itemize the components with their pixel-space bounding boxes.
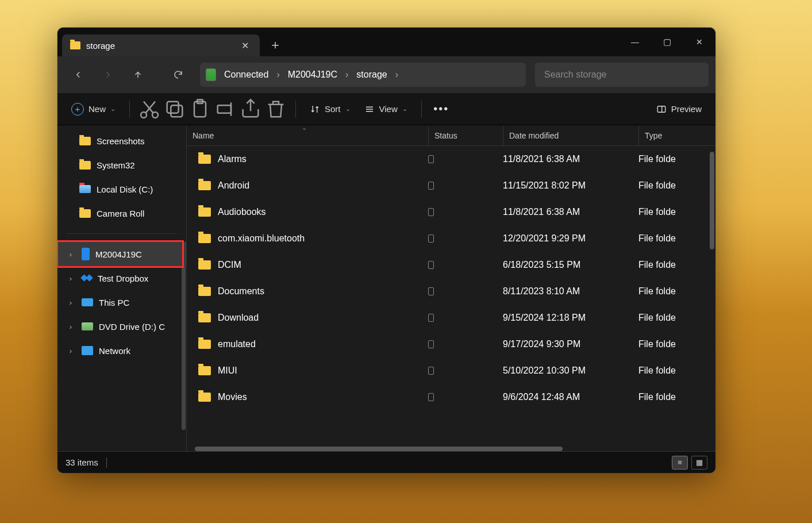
sidebar-item-label: M2004J19C <box>95 249 142 259</box>
sidebar-item[interactable]: Camera Roll <box>57 201 186 225</box>
expand-icon[interactable]: › <box>66 250 76 259</box>
sidebar-item[interactable]: ›This PC <box>57 290 186 314</box>
search-input[interactable] <box>535 63 709 87</box>
sidebar-item[interactable]: Local Disk (C:) <box>57 177 186 201</box>
details-view-toggle[interactable]: ≡ <box>672 456 688 470</box>
folder-icon <box>198 393 211 402</box>
sidebar-item-label: System32 <box>97 160 135 170</box>
column-type[interactable]: Type <box>638 125 715 145</box>
sidebar-item[interactable]: Screenshots <box>57 129 186 153</box>
sidebar-item-label: Screenshots <box>97 136 144 146</box>
up-button[interactable] <box>124 63 152 86</box>
file-name: Download <box>218 313 259 323</box>
file-type: File folde <box>638 339 715 349</box>
phone-status-icon <box>428 234 434 243</box>
folder-icon <box>198 260 211 270</box>
chevron-right-icon[interactable]: › <box>345 70 348 80</box>
maximize-button[interactable] <box>651 28 683 56</box>
phone-status-icon <box>428 261 434 269</box>
breadcrumb-seg-device[interactable]: M2004J19C <box>283 70 342 80</box>
breadcrumb-seg-storage[interactable]: storage <box>352 70 391 80</box>
view-button[interactable]: View ⌄ <box>359 98 413 120</box>
expand-icon[interactable]: › <box>66 298 76 307</box>
new-button[interactable]: + New ⌄ <box>66 98 121 120</box>
file-row[interactable]: MIUI5/10/2022 10:30 PMFile folde <box>187 357 715 384</box>
file-row[interactable]: Android11/15/2021 8:02 PMFile folde <box>187 172 715 199</box>
rename-button[interactable] <box>214 98 237 120</box>
file-date: 11/15/2021 8:02 PM <box>503 180 638 191</box>
sidebar-item[interactable]: ›Network <box>57 339 186 363</box>
expand-icon[interactable]: › <box>66 347 76 355</box>
tab-storage[interactable]: storage ✕ <box>62 34 260 56</box>
cut-button[interactable] <box>138 98 161 120</box>
main-panel: Name ⌄ Status Date modified Type Alarms1… <box>187 125 715 451</box>
breadcrumb[interactable]: Connected › M2004J19C › storage › <box>200 63 526 87</box>
sidebar-item[interactable]: System32 <box>57 153 186 177</box>
file-row[interactable]: com.xiaomi.bluetooth12/20/2021 9:29 PMFi… <box>187 225 715 252</box>
file-list[interactable]: Alarms11/8/2021 6:38 AMFile foldeAndroid… <box>187 146 715 451</box>
expand-icon[interactable]: › <box>66 274 76 283</box>
sort-button[interactable]: Sort ⌄ <box>304 98 356 120</box>
chevron-down-icon: ⌄ <box>110 105 116 113</box>
sort-indicator-icon: ⌄ <box>302 125 307 132</box>
svg-rect-3 <box>167 101 179 113</box>
file-row[interactable]: emulated9/17/2024 9:30 PMFile folde <box>187 331 715 357</box>
folder-icon <box>198 340 211 349</box>
sort-label: Sort <box>325 104 341 114</box>
column-date[interactable]: Date modified <box>503 125 638 145</box>
more-button[interactable]: ••• <box>430 98 453 120</box>
file-name: DCIM <box>218 260 241 270</box>
file-row[interactable]: Movies9/6/2024 12:48 AMFile folde <box>187 384 715 410</box>
minimize-button[interactable] <box>619 28 651 56</box>
separator <box>106 457 107 468</box>
column-status[interactable]: Status <box>428 125 503 145</box>
forward-button[interactable] <box>94 63 122 86</box>
sidebar-item-label: This PC <box>99 298 129 307</box>
delete-button[interactable] <box>264 98 287 120</box>
chevron-down-icon: ⌄ <box>402 105 407 113</box>
horizontal-scrollbar[interactable] <box>195 447 563 451</box>
file-row[interactable]: Alarms11/8/2021 6:38 AMFile folde <box>187 146 715 172</box>
phone-status-icon <box>428 182 434 190</box>
view-label: View <box>379 104 398 114</box>
paste-button[interactable] <box>188 98 211 120</box>
folder-icon <box>198 234 211 243</box>
toolbar: + New ⌄ Sort ⌄ View ⌄ ••• Preview <box>57 93 715 125</box>
file-row[interactable]: Download9/15/2024 12:18 PMFile folde <box>187 305 715 331</box>
refresh-button[interactable] <box>164 63 192 86</box>
close-tab-icon[interactable]: ✕ <box>238 40 252 51</box>
phone-status-icon <box>428 208 434 216</box>
phone-icon <box>82 248 90 260</box>
main-scrollbar[interactable] <box>710 152 714 249</box>
thumbnails-view-toggle[interactable]: ▦ <box>691 456 707 470</box>
file-date: 9/6/2024 12:48 AM <box>503 392 638 402</box>
copy-button[interactable] <box>163 98 186 120</box>
phone-status-icon <box>428 393 434 401</box>
new-label: New <box>88 104 106 114</box>
file-type: File folde <box>638 286 715 297</box>
sidebar-item[interactable]: ›Test Dropbox <box>57 266 186 290</box>
sidebar-item[interactable]: ›M2004J19C <box>57 242 186 266</box>
file-row[interactable]: DCIM6/18/2023 5:15 PMFile folde <box>187 252 715 278</box>
status-bar: 33 items ≡ ▦ <box>57 451 715 473</box>
net-icon <box>82 346 93 355</box>
column-name[interactable]: Name ⌄ <box>187 125 428 145</box>
nav-bar: Connected › M2004J19C › storage › <box>57 56 715 93</box>
folder-icon <box>70 41 80 49</box>
sidebar-item[interactable]: ›DVD Drive (D:) C <box>57 314 186 339</box>
new-tab-button[interactable]: ＋ <box>269 36 282 53</box>
file-row[interactable]: Audiobooks11/8/2021 6:38 AMFile folde <box>187 199 715 225</box>
chevron-right-icon[interactable]: › <box>395 70 398 80</box>
tab-strip: storage ✕ ＋ <box>57 28 715 56</box>
expand-icon[interactable]: › <box>66 322 76 331</box>
chevron-right-icon[interactable]: › <box>276 70 279 80</box>
sidebar[interactable]: ScreenshotsSystem32Local Disk (C:)Camera… <box>57 125 187 451</box>
breadcrumb-seg-connected[interactable]: Connected <box>220 70 273 80</box>
preview-button[interactable]: Preview <box>651 98 707 120</box>
close-window-button[interactable] <box>683 28 715 56</box>
share-button[interactable] <box>239 98 262 120</box>
back-button[interactable] <box>64 63 92 86</box>
file-name: Audiobooks <box>218 207 266 217</box>
file-name: Documents <box>218 286 264 297</box>
file-row[interactable]: Documents8/11/2023 8:10 AMFile folde <box>187 278 715 305</box>
